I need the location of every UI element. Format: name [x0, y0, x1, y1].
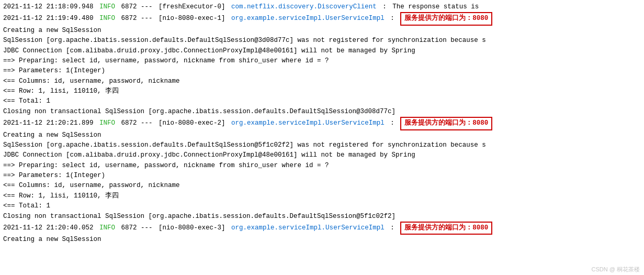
class-name: org.example.serviceImpl.UserServiceImpl — [231, 14, 385, 24]
log-line: 2021-11-12 21:18:09.948 INFO 6872 --- [f… — [3, 2, 641, 12]
log-line: Closing non transactional SqlSession [or… — [3, 212, 641, 222]
log-level: INFO — [96, 14, 119, 24]
colon: : — [387, 118, 399, 128]
log-level: INFO — [96, 223, 119, 233]
log-line: <== Row: 1, lisi, 110110, 李四 — [3, 191, 641, 201]
thread: [nio-8080-exec-1] — [155, 14, 230, 24]
pid: 6872 --- — [121, 2, 153, 12]
log-level: INFO — [96, 2, 119, 12]
pid: 6872 --- — [121, 223, 153, 233]
thread: [nio-8080-exec-2] — [155, 118, 230, 128]
timestamp: 2021-11-12 21:20:21.899 — [3, 118, 94, 128]
log-line: JDBC Connection [com.alibaba.druid.proxy… — [3, 46, 641, 56]
log-line: 2021-11-12 21:19:49.480 INFO 6872 --- [n… — [3, 12, 641, 25]
log-line: Creating a new SqlSession — [3, 235, 641, 245]
colon: : — [379, 2, 391, 12]
log-line: <== Total: 1 — [3, 201, 641, 211]
log-line: ==> Preparing: select id, username, pass… — [3, 56, 641, 66]
log-line: 2021-11-12 21:20:21.899 INFO 6872 --- [n… — [3, 117, 641, 130]
log-line: Closing non transactional SqlSession [or… — [3, 107, 641, 117]
log-line: <== Row: 1, lisi, 110110, 李四 — [3, 86, 641, 96]
watermark: CSDN @ 桐花茶楼 — [592, 265, 640, 274]
pid: 6872 --- — [121, 14, 153, 24]
log-line: JDBC Connection [com.alibaba.druid.proxy… — [3, 150, 641, 160]
log-line: ==> Parameters: 1(Integer) — [3, 171, 641, 181]
log-line: 2021-11-12 21:20:40.052 INFO 6872 --- [n… — [3, 222, 641, 235]
pid: 6872 --- — [121, 118, 153, 128]
timestamp: 2021-11-12 21:20:40.052 — [3, 223, 94, 233]
log-message: The response status is — [392, 2, 479, 12]
log-line: ==> Parameters: 1(Integer) — [3, 66, 641, 76]
timestamp: 2021-11-12 21:18:09.948 — [3, 2, 94, 12]
log-level: INFO — [96, 118, 119, 128]
log-line: <== Columns: id, username, password, nic… — [3, 181, 641, 191]
port-badge: 服务提供方的端口为：8080 — [400, 12, 492, 25]
log-line: SqlSession [org.apache.ibatis.session.de… — [3, 36, 641, 46]
thread: [freshExecutor-0] — [155, 2, 230, 12]
colon: : — [387, 14, 399, 24]
log-line: SqlSession [org.apache.ibatis.session.de… — [3, 140, 641, 150]
port-badge: 服务提供方的端口为：8080 — [400, 117, 492, 130]
log-line: <== Total: 1 — [3, 96, 641, 106]
log-output: 2021-11-12 21:18:09.948 INFO 6872 --- [f… — [0, 0, 644, 275]
class-name: org.example.serviceImpl.UserServiceImpl — [231, 223, 385, 233]
log-line: Creating a new SqlSession — [3, 130, 641, 140]
thread: [nio-8080-exec-3] — [155, 223, 230, 233]
timestamp: 2021-11-12 21:19:49.480 — [3, 14, 94, 24]
log-line: Creating a new SqlSession — [3, 26, 641, 36]
class-name: com.netflix.discovery.DiscoveryClient — [231, 2, 377, 12]
log-line: ==> Preparing: select id, username, pass… — [3, 161, 641, 171]
log-line: <== Columns: id, username, password, nic… — [3, 76, 641, 86]
colon: : — [387, 223, 399, 233]
class-name: org.example.serviceImpl.UserServiceImpl — [231, 118, 385, 128]
port-badge: 服务提供方的端口为：8080 — [400, 222, 492, 235]
